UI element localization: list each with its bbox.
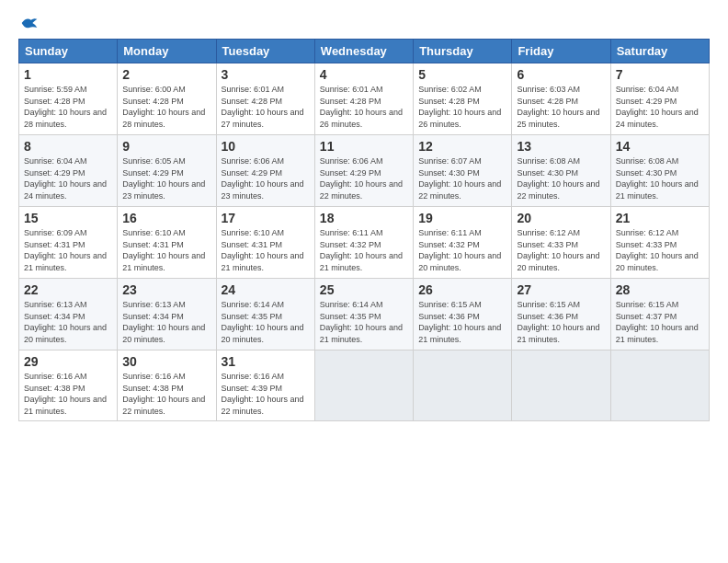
calendar-cell: 5 Sunrise: 6:02 AMSunset: 4:28 PMDayligh…	[414, 63, 512, 135]
calendar-cell: 24 Sunrise: 6:14 AMSunset: 4:35 PMDaylig…	[216, 279, 314, 350]
day-number: 22	[24, 282, 112, 297]
day-number: 8	[24, 139, 112, 154]
calendar-cell: 15 Sunrise: 6:09 AMSunset: 4:31 PMDaylig…	[19, 207, 118, 279]
weekday-header-wednesday: Wednesday	[314, 40, 413, 63]
weekday-header-row: SundayMondayTuesdayWednesdayThursdayFrid…	[19, 40, 710, 63]
calendar-cell: 28 Sunrise: 6:15 AMSunset: 4:37 PMDaylig…	[610, 279, 709, 350]
day-info: Sunrise: 6:09 AMSunset: 4:31 PMDaylight:…	[24, 228, 107, 272]
day-number: 15	[24, 211, 112, 225]
day-info: Sunrise: 6:06 AMSunset: 4:29 PMDaylight:…	[320, 156, 403, 201]
weekday-header-friday: Friday	[512, 40, 610, 63]
day-number: 5	[418, 67, 506, 82]
day-info: Sunrise: 6:04 AMSunset: 4:29 PMDaylight:…	[24, 156, 107, 201]
calendar-cell	[512, 350, 610, 421]
day-info: Sunrise: 6:13 AMSunset: 4:34 PMDaylight:…	[122, 300, 205, 344]
day-number: 13	[517, 139, 605, 154]
day-info: Sunrise: 6:10 AMSunset: 4:31 PMDaylight:…	[122, 228, 205, 272]
day-info: Sunrise: 6:04 AMSunset: 4:29 PMDaylight:…	[616, 85, 699, 129]
day-number: 19	[418, 211, 506, 225]
day-number: 2	[122, 67, 210, 82]
day-number: 11	[320, 139, 408, 154]
day-info: Sunrise: 6:15 AMSunset: 4:37 PMDaylight:…	[616, 300, 699, 344]
logo-bird-icon	[20, 15, 39, 31]
weekday-header-saturday: Saturday	[610, 40, 709, 63]
calendar-cell: 21 Sunrise: 6:12 AMSunset: 4:33 PMDaylig…	[610, 207, 709, 279]
calendar-cell: 13 Sunrise: 6:08 AMSunset: 4:30 PMDaylig…	[512, 135, 610, 207]
calendar-cell: 31 Sunrise: 6:16 AMSunset: 4:39 PMDaylig…	[216, 350, 314, 421]
day-info: Sunrise: 6:02 AMSunset: 4:28 PMDaylight:…	[418, 85, 501, 129]
day-number: 7	[616, 67, 704, 82]
calendar-cell: 16 Sunrise: 6:10 AMSunset: 4:31 PMDaylig…	[118, 207, 216, 279]
day-info: Sunrise: 6:16 AMSunset: 4:38 PMDaylight:…	[24, 372, 107, 416]
day-info: Sunrise: 6:11 AMSunset: 4:32 PMDaylight:…	[418, 228, 501, 272]
day-info: Sunrise: 6:12 AMSunset: 4:33 PMDaylight:…	[517, 228, 599, 272]
day-number: 3	[222, 67, 310, 82]
day-number: 10	[222, 139, 310, 154]
day-number: 20	[517, 211, 605, 225]
calendar-cell: 8 Sunrise: 6:04 AMSunset: 4:29 PMDayligh…	[19, 135, 118, 207]
day-number: 24	[222, 282, 310, 297]
calendar-cell	[610, 350, 709, 421]
weekday-header-sunday: Sunday	[19, 40, 118, 63]
day-info: Sunrise: 6:06 AMSunset: 4:29 PMDaylight:…	[222, 156, 304, 201]
day-info: Sunrise: 6:16 AMSunset: 4:38 PMDaylight:…	[122, 372, 205, 416]
logo	[18, 15, 39, 31]
calendar-cell: 7 Sunrise: 6:04 AMSunset: 4:29 PMDayligh…	[610, 63, 709, 135]
calendar-cell: 23 Sunrise: 6:13 AMSunset: 4:34 PMDaylig…	[118, 279, 216, 350]
day-number: 28	[616, 282, 704, 297]
day-info: Sunrise: 6:08 AMSunset: 4:30 PMDaylight:…	[517, 156, 599, 201]
day-info: Sunrise: 5:59 AMSunset: 4:28 PMDaylight:…	[24, 85, 107, 129]
day-info: Sunrise: 6:13 AMSunset: 4:34 PMDaylight:…	[24, 300, 107, 344]
calendar-cell: 20 Sunrise: 6:12 AMSunset: 4:33 PMDaylig…	[512, 207, 610, 279]
calendar-cell: 19 Sunrise: 6:11 AMSunset: 4:32 PMDaylig…	[414, 207, 512, 279]
day-number: 1	[24, 67, 112, 82]
calendar-cell: 29 Sunrise: 6:16 AMSunset: 4:38 PMDaylig…	[19, 350, 118, 421]
day-number: 9	[122, 139, 210, 154]
day-number: 14	[616, 139, 704, 154]
calendar-table: SundayMondayTuesdayWednesdayThursdayFrid…	[18, 39, 710, 421]
calendar-cell: 12 Sunrise: 6:07 AMSunset: 4:30 PMDaylig…	[414, 135, 512, 207]
day-number: 16	[122, 211, 210, 225]
calendar-cell: 18 Sunrise: 6:11 AMSunset: 4:32 PMDaylig…	[314, 207, 413, 279]
calendar-cell: 2 Sunrise: 6:00 AMSunset: 4:28 PMDayligh…	[118, 63, 216, 135]
day-info: Sunrise: 6:10 AMSunset: 4:31 PMDaylight:…	[222, 228, 304, 272]
calendar-cell: 9 Sunrise: 6:05 AMSunset: 4:29 PMDayligh…	[118, 135, 216, 207]
calendar-cell: 17 Sunrise: 6:10 AMSunset: 4:31 PMDaylig…	[216, 207, 314, 279]
day-number: 27	[517, 282, 605, 297]
weekday-header-tuesday: Tuesday	[216, 40, 314, 63]
calendar-cell: 22 Sunrise: 6:13 AMSunset: 4:34 PMDaylig…	[19, 279, 118, 350]
weekday-header-thursday: Thursday	[414, 40, 512, 63]
day-number: 25	[320, 282, 408, 297]
day-number: 17	[222, 211, 310, 225]
day-info: Sunrise: 6:14 AMSunset: 4:35 PMDaylight:…	[222, 300, 304, 344]
calendar-cell: 11 Sunrise: 6:06 AMSunset: 4:29 PMDaylig…	[314, 135, 413, 207]
day-number: 31	[222, 354, 310, 369]
day-number: 29	[24, 354, 112, 369]
calendar-cell	[314, 350, 413, 421]
calendar-cell: 14 Sunrise: 6:08 AMSunset: 4:30 PMDaylig…	[610, 135, 709, 207]
calendar-cell: 1 Sunrise: 5:59 AMSunset: 4:28 PMDayligh…	[19, 63, 118, 135]
day-number: 30	[122, 354, 210, 369]
day-info: Sunrise: 6:15 AMSunset: 4:36 PMDaylight:…	[418, 300, 501, 344]
calendar-cell: 4 Sunrise: 6:01 AMSunset: 4:28 PMDayligh…	[314, 63, 413, 135]
calendar-cell: 10 Sunrise: 6:06 AMSunset: 4:29 PMDaylig…	[216, 135, 314, 207]
day-number: 12	[418, 139, 506, 154]
day-info: Sunrise: 6:05 AMSunset: 4:29 PMDaylight:…	[122, 156, 205, 201]
day-info: Sunrise: 6:07 AMSunset: 4:30 PMDaylight:…	[418, 156, 501, 201]
day-number: 4	[320, 67, 408, 82]
page-container: SundayMondayTuesdayWednesdayThursdayFrid…	[0, 0, 728, 431]
calendar-cell	[414, 350, 512, 421]
day-number: 6	[517, 67, 605, 82]
calendar-cell: 26 Sunrise: 6:15 AMSunset: 4:36 PMDaylig…	[414, 279, 512, 350]
day-info: Sunrise: 6:01 AMSunset: 4:28 PMDaylight:…	[320, 85, 403, 129]
day-info: Sunrise: 6:15 AMSunset: 4:36 PMDaylight:…	[517, 300, 599, 344]
header	[18, 15, 710, 31]
day-number: 23	[122, 282, 210, 297]
day-info: Sunrise: 6:12 AMSunset: 4:33 PMDaylight:…	[616, 228, 699, 272]
day-number: 21	[616, 211, 704, 225]
day-info: Sunrise: 6:01 AMSunset: 4:28 PMDaylight:…	[222, 85, 304, 129]
day-number: 18	[320, 211, 408, 225]
day-info: Sunrise: 6:03 AMSunset: 4:28 PMDaylight:…	[517, 85, 599, 129]
day-info: Sunrise: 6:14 AMSunset: 4:35 PMDaylight:…	[320, 300, 403, 344]
day-info: Sunrise: 6:11 AMSunset: 4:32 PMDaylight:…	[320, 228, 403, 272]
